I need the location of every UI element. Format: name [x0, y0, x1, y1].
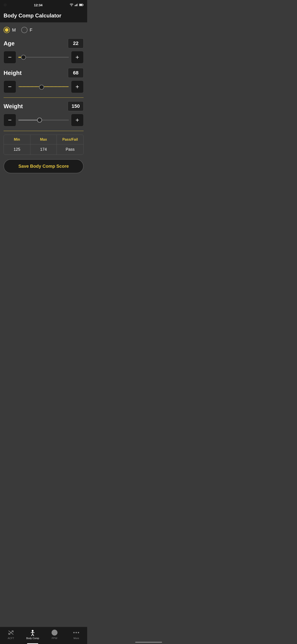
spacer: [3, 178, 84, 222]
gender-selector: M F: [3, 27, 84, 33]
weight-increase-button[interactable]: +: [71, 114, 84, 126]
svg-rect-0: [75, 5, 75, 6]
results-table-header: Min Max Pass/Fail: [4, 135, 83, 144]
app-header: Body Comp Calculator: [0, 10, 87, 22]
weight-header: Weight 150: [3, 101, 84, 111]
status-time: 12:34: [34, 3, 42, 7]
gender-male-radio[interactable]: [3, 27, 10, 33]
gender-female-radio[interactable]: [21, 27, 27, 33]
weight-track[interactable]: [18, 120, 69, 120]
results-header-pass-fail: Pass/Fail: [57, 135, 83, 144]
save-body-comp-button[interactable]: Save Body Comp Score: [3, 159, 84, 173]
weight-label: Weight: [3, 103, 23, 110]
height-slider-track-container[interactable]: [18, 80, 69, 93]
divider-height-weight: [3, 98, 84, 98]
height-controls: − +: [3, 80, 84, 93]
age-value: 22: [68, 38, 84, 48]
wifi-icon: [70, 4, 73, 6]
weight-section: Weight 150 − +: [3, 101, 84, 126]
results-table: Min Max Pass/Fail 125 174 Pass: [3, 134, 84, 155]
battery-icon: [79, 4, 84, 6]
gender-male-radio-inner: [5, 28, 8, 32]
results-header-min: Min: [4, 135, 30, 144]
svg-rect-5: [83, 4, 83, 6]
gender-female-label: F: [30, 28, 32, 33]
height-label: Height: [3, 70, 22, 76]
signal-icon: [75, 4, 78, 6]
main-content: M F Age 22 − + Height 68: [0, 22, 87, 227]
results-max-value: 174: [30, 144, 57, 154]
height-decrease-button[interactable]: −: [3, 80, 16, 93]
age-increase-button[interactable]: +: [71, 51, 84, 64]
weight-controls: − +: [3, 114, 84, 126]
height-section: Height 68 − +: [3, 68, 84, 93]
height-increase-button[interactable]: +: [71, 80, 84, 93]
svg-rect-3: [77, 4, 77, 6]
page-title: Body Comp Calculator: [3, 12, 84, 19]
age-label: Age: [3, 40, 14, 47]
height-thumb: [39, 85, 44, 90]
divider-weight-results: [3, 131, 84, 131]
age-header: Age 22: [3, 38, 84, 48]
svg-rect-2: [76, 4, 77, 6]
weight-slider-track-container[interactable]: [18, 114, 69, 126]
camera-dot: [3, 3, 7, 6]
status-bar: 12:34: [0, 0, 87, 10]
age-track[interactable]: [18, 57, 69, 58]
age-controls: − +: [3, 51, 84, 64]
svg-rect-1: [75, 5, 76, 6]
gender-male-option[interactable]: M: [3, 27, 16, 33]
height-track[interactable]: [18, 86, 69, 87]
age-thumb: [21, 55, 26, 60]
age-slider-track-container[interactable]: [18, 51, 69, 64]
weight-decrease-button[interactable]: −: [3, 114, 16, 126]
results-pass-fail-value: Pass: [57, 144, 83, 154]
results-min-value: 125: [4, 144, 30, 154]
svg-rect-6: [79, 4, 82, 6]
gender-female-option[interactable]: F: [21, 27, 32, 33]
weight-thumb: [37, 118, 42, 122]
height-track-fill: [18, 87, 41, 87]
height-value: 68: [68, 68, 84, 78]
weight-track-fill: [18, 120, 39, 120]
weight-value: 150: [68, 101, 84, 111]
status-icons: [70, 4, 84, 6]
age-section: Age 22 − +: [3, 38, 84, 64]
height-header: Height 68: [3, 68, 84, 78]
results-header-max: Max: [30, 135, 57, 144]
gender-male-label: M: [12, 28, 16, 33]
age-decrease-button[interactable]: −: [3, 51, 16, 64]
results-table-body: 125 174 Pass: [4, 144, 83, 154]
